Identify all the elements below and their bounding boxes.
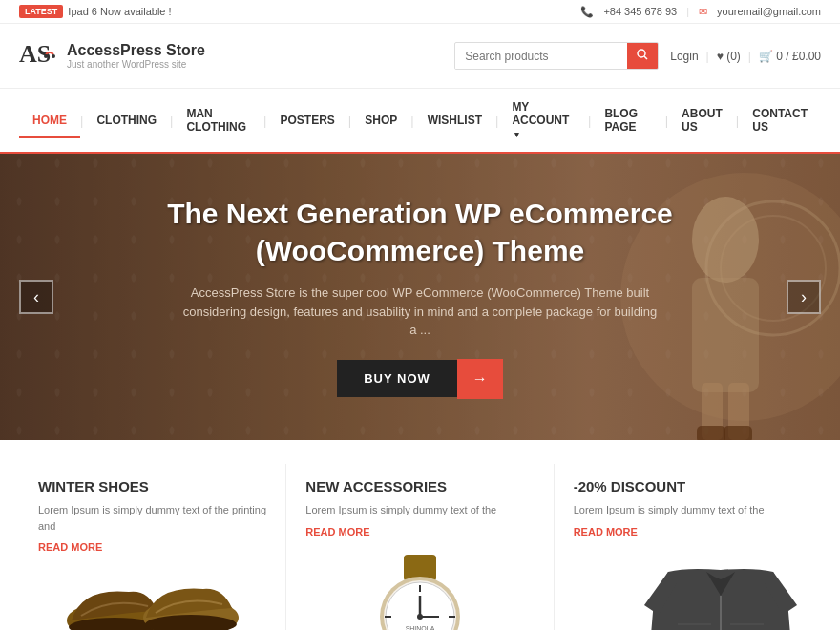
svg-point-29 — [417, 614, 423, 620]
contact-info: 📞 +84 345 678 93 | ✉ youremail@gmail.com — [580, 6, 821, 18]
search-button[interactable] — [627, 43, 658, 69]
nav-item-my-account: MY ACCOUNT ▾ — [498, 89, 588, 152]
nav-link-clothing[interactable]: CLOTHING — [83, 102, 170, 138]
buy-now-button[interactable]: BUY NOW — [337, 360, 457, 397]
main-nav: HOME | CLOTHING | MAN CLOTHING | POSTERS… — [0, 89, 840, 154]
nav-item-posters: POSTERS — [267, 102, 348, 138]
watch-image: SHINOLA — [305, 550, 534, 631]
hero-buttons: BUY NOW → — [143, 359, 697, 399]
cart-link[interactable]: 🛒 0 / £0.00 — [759, 50, 821, 63]
feature-readmore-accessories[interactable]: READ MORE — [305, 526, 369, 537]
hero-slider: The Next Generation WP eCommerce (WooCom… — [0, 154, 840, 440]
features-section: WINTER SHOES Lorem Ipsum is simply dummy… — [0, 440, 840, 630]
nav-item-contact: CONTACT US — [739, 95, 821, 145]
feature-box-shoes: WINTER SHOES Lorem Ipsum is simply dummy… — [19, 464, 286, 630]
svg-point-3 — [638, 50, 645, 57]
dropdown-arrow: ▾ — [514, 130, 519, 139]
site-name: AccessPress Store — [67, 42, 205, 59]
email-icon: ✉ — [699, 6, 707, 18]
site-tagline: Just another WordPress site — [67, 59, 205, 70]
feature-readmore-shoes[interactable]: READ MORE — [38, 541, 102, 553]
header-right: Login | ♥ (0) | 🛒 0 / £0.00 — [454, 42, 821, 70]
svg-line-4 — [644, 56, 647, 59]
svg-rect-10 — [697, 426, 725, 440]
phone-link[interactable]: +84 345 678 93 — [603, 6, 677, 17]
feature-desc-discount: Lorem Ipsum is simply dummy text of the — [574, 502, 765, 518]
top-bar: LATEST Ipad 6 Now available ! 📞 +84 345 … — [0, 0, 840, 24]
nav-link-contact[interactable]: CONTACT US — [739, 95, 821, 145]
email-link[interactable]: youremail@gmail.com — [717, 6, 821, 17]
svg-rect-11 — [724, 426, 752, 440]
wishlist-link[interactable]: ♥ (0) — [717, 50, 741, 63]
nav-link-about[interactable]: ABOUT US — [668, 95, 736, 145]
nav-item-about: ABOUT US — [668, 95, 736, 145]
nav-item-man-clothing: MAN CLOTHING — [173, 95, 263, 145]
login-link[interactable]: Login — [670, 50, 698, 63]
nav-item-shop: SHOP — [351, 102, 410, 138]
buy-now-arrow-button[interactable]: → — [457, 359, 503, 399]
logo-icon: AS — [19, 35, 59, 76]
shoes-image — [38, 568, 266, 630]
announcement-text: Ipad 6 Now available ! — [68, 6, 171, 17]
feature-title-accessories: NEW ACCESSORIES — [305, 478, 447, 494]
svg-point-2 — [52, 54, 55, 58]
feature-box-discount: -20% DISCOUNT Lorem Ipsum is simply dumm… — [555, 464, 821, 630]
hero-content: The Next Generation WP eCommerce (WooCom… — [124, 176, 716, 418]
search-box[interactable] — [454, 42, 659, 70]
svg-point-1 — [44, 54, 48, 58]
nav-link-blog[interactable]: BLOG PAGE — [591, 95, 664, 145]
nav-item-wishlist: WISHLIST — [414, 102, 495, 138]
phone-icon: 📞 — [580, 6, 594, 18]
logo-text: AccessPress Store Just another WordPress… — [67, 42, 205, 70]
feature-title-discount: -20% DISCOUNT — [574, 478, 686, 494]
jacket-image — [574, 553, 802, 631]
header-actions: Login | ♥ (0) | 🛒 0 / £0.00 — [670, 50, 821, 63]
feature-readmore-discount[interactable]: READ MORE — [574, 526, 638, 537]
nav-item-home: HOME — [19, 102, 80, 138]
nav-item-blog: BLOG PAGE — [591, 95, 664, 145]
feature-desc-shoes: Lorem Ipsum is simply dummy text of the … — [38, 502, 266, 534]
nav-link-shop[interactable]: SHOP — [351, 102, 410, 138]
hero-description: AccessPress Store is the super cool WP e… — [181, 284, 659, 340]
nav-link-home[interactable]: HOME — [19, 102, 80, 138]
slider-prev-button[interactable]: ‹ — [19, 280, 53, 314]
logo[interactable]: AS AccessPress Store Just another WordPr… — [19, 35, 205, 76]
nav-list: HOME | CLOTHING | MAN CLOTHING | POSTERS… — [19, 89, 821, 152]
header: AS AccessPress Store Just another WordPr… — [0, 24, 840, 89]
nav-link-wishlist[interactable]: WISHLIST — [414, 102, 495, 138]
nav-link-my-account[interactable]: MY ACCOUNT ▾ — [498, 89, 588, 152]
announcement-area: LATEST Ipad 6 Now available ! — [19, 5, 172, 18]
latest-badge: LATEST — [19, 5, 63, 18]
slider-next-button[interactable]: › — [787, 280, 821, 314]
svg-text:SHINOLA: SHINOLA — [406, 625, 435, 631]
search-input[interactable] — [455, 44, 627, 69]
feature-title-shoes: WINTER SHOES — [38, 478, 149, 494]
feature-desc-accessories: Lorem Ipsum is simply dummy text of the — [305, 502, 496, 518]
feature-box-accessories: NEW ACCESSORIES Lorem Ipsum is simply du… — [286, 464, 554, 630]
nav-item-clothing: CLOTHING — [83, 102, 170, 138]
nav-link-posters[interactable]: POSTERS — [267, 102, 348, 138]
hero-title: The Next Generation WP eCommerce (WooCom… — [143, 195, 697, 269]
nav-link-man-clothing[interactable]: MAN CLOTHING — [173, 95, 263, 145]
